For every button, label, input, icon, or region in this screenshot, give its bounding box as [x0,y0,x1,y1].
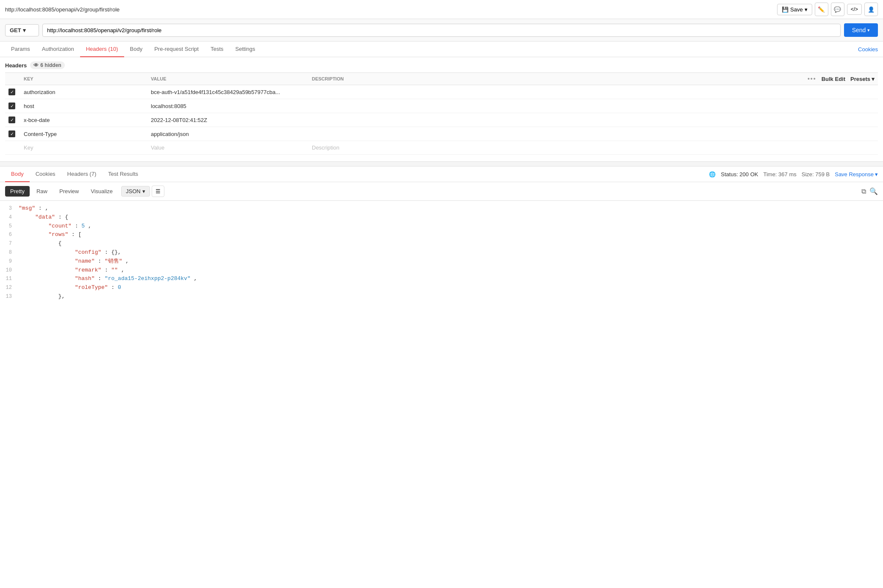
url-input[interactable] [42,24,841,37]
description-col-header: DESCRIPTION [308,73,793,85]
presets-chevron-icon: ▾ [872,76,875,82]
table-row: ✓ x-bce-date 2022-12-08T02:41:52Z [5,113,878,127]
value-col-header: VALUE [147,73,308,85]
json-plain: : , [39,205,48,211]
json-key: "msg" [19,205,35,211]
header-value-4[interactable]: application/json [147,127,308,141]
json-value: 0 [118,284,121,291]
response-tab-test-results[interactable]: Test Results [102,166,144,182]
code-line-11: 11 "hash" : "ro_ada15-2eihxpp2-p284kv" , [5,275,878,283]
cookies-link[interactable]: Cookies [858,42,878,57]
edit-icon-button[interactable]: ✏️ [815,3,828,16]
request-bar: GET ▾ Send ▾ [0,19,883,42]
tab-tests[interactable]: Tests [205,42,229,57]
json-key: "hash" [75,275,95,282]
header-key-1[interactable]: authorization [20,85,147,99]
header-desc-3 [308,113,793,127]
format-tab-raw[interactable]: Raw [31,186,53,197]
top-bar: http://localhost:8085/openapi/v2/group/f… [0,0,883,19]
response-tab-body[interactable]: Body [5,166,30,182]
pencil-icon: ✏️ [818,6,825,13]
header-desc-4 [308,127,793,141]
code-line-9: 9 "name" : "销售" , [5,257,878,266]
format-tab-visualize[interactable]: Visualize [86,186,118,197]
save-response-button[interactable]: Save Response ▾ [835,171,878,178]
filter-icon-button[interactable]: ☰ [152,186,164,197]
response-tab-headers[interactable]: Headers (7) [61,166,103,182]
code-button[interactable]: </> [847,4,862,15]
bulk-edit-button[interactable]: Bulk Edit [822,76,845,82]
more-options-icon[interactable]: ••• [808,75,816,82]
globe-icon: 🌐 [709,171,716,178]
header-value-1[interactable]: bce-auth-v1/a51fde4f131c45c38429a59b5797… [147,85,308,99]
code-view: 3 "msg" : , 4 "data" : { 5 "count" : [0,201,883,305]
header-checkbox-4[interactable]: ✓ [8,130,15,137]
table-row: ✓ host localhost:8085 [5,99,878,113]
format-tabs: Pretty Raw Preview Visualize JSON ▾ ☰ ⧉ … [0,182,883,201]
line-number: 5 [5,222,19,230]
tab-headers[interactable]: Headers (10) [80,42,124,57]
code-line-3: 3 "msg" : , [5,204,878,213]
format-tab-pretty[interactable]: Pretty [5,186,30,197]
line-number: 12 [5,283,19,292]
format-tab-preview[interactable]: Preview [54,186,84,197]
header-key-placeholder[interactable]: Key [20,141,147,155]
comment-icon: 💬 [834,6,841,13]
header-key-2[interactable]: host [20,99,147,113]
top-bar-url: http://localhost:8085/openapi/v2/group/f… [5,6,119,13]
comment-icon-button[interactable]: 💬 [831,3,844,16]
json-format-selector[interactable]: JSON ▾ [121,186,150,197]
header-desc-placeholder[interactable]: Description [308,141,793,155]
json-value: "" [111,267,118,273]
save-response-label: Save Response [835,171,874,178]
tab-body[interactable]: Body [124,42,149,57]
header-value-2[interactable]: localhost:8085 [147,99,308,113]
code-line-13: 13 }, [5,292,878,301]
checkmark-icon: ✓ [10,117,14,123]
presets-label: Presets [850,76,870,82]
presets-button[interactable]: Presets ▾ [850,76,875,82]
save-button[interactable]: 💾 Save ▾ [777,4,812,15]
checkmark-icon: ✓ [10,89,14,95]
code-line-8: 8 "config" : {}, [5,248,878,257]
line-number: 10 [5,266,19,275]
copy-icon-button[interactable]: ⧉ [861,188,866,195]
response-tab-cookies[interactable]: Cookies [30,166,61,182]
line-number: 3 [5,204,19,213]
header-value-3[interactable]: 2022-12-08T02:41:52Z [147,113,308,127]
header-checkbox-2[interactable]: ✓ [8,103,15,109]
method-selector[interactable]: GET ▾ [5,24,39,36]
header-value-placeholder[interactable]: Value [147,141,308,155]
search-icon-button[interactable]: 🔍 [869,187,878,195]
actions-col-header: ••• Bulk Edit Presets ▾ [793,73,878,85]
line-number: 6 [5,230,19,239]
tab-settings[interactable]: Settings [229,42,261,57]
header-desc-2 [308,99,793,113]
hidden-badge: 👁 6 hidden [30,61,64,69]
checkmark-icon: ✓ [10,103,14,109]
response-time: Time: 367 ms [763,171,796,178]
line-number: 13 [5,292,19,301]
send-button[interactable]: Send ▾ [844,23,878,37]
filter-icon: ☰ [155,188,161,194]
tab-params[interactable]: Params [5,42,36,57]
header-checkbox-3[interactable]: ✓ [8,116,15,123]
request-tabs: Params Authorization Headers (10) Body P… [0,42,883,57]
json-key: "name" [75,258,95,264]
key-col-header: KEY [20,73,147,85]
headers-table: KEY VALUE DESCRIPTION ••• Bulk Edit Pres… [5,72,878,155]
table-row: ✓ authorization bce-auth-v1/a51fde4f131c… [5,85,878,99]
tab-authorization[interactable]: Authorization [36,42,80,57]
header-checkbox-1[interactable]: ✓ [8,89,15,95]
save-icon: 💾 [782,6,789,13]
json-key: "remark" [75,267,101,273]
code-line-6: 6 "rows" : [ [5,230,878,239]
code-line-7: 7 { [5,239,878,248]
header-key-3[interactable]: x-bce-date [20,113,147,127]
header-key-4[interactable]: Content-Type [20,127,147,141]
json-value: "销售" [105,258,122,264]
tab-pre-request-script[interactable]: Pre-request Script [148,42,205,57]
response-tabs: Body Cookies Headers (7) Test Results 🌐 … [0,166,883,182]
table-row: ✓ Content-Type application/json [5,127,878,141]
line-number: 9 [5,257,19,266]
